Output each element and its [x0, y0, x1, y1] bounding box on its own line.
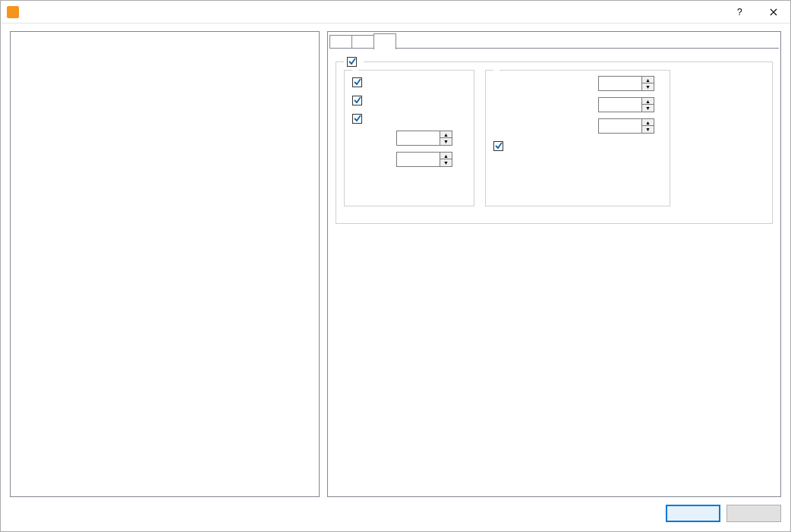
spinner-buttons[interactable]: ▲▼	[440, 153, 452, 166]
tab-plaque[interactable]	[351, 35, 374, 48]
svg-text:?: ?	[737, 8, 742, 16]
spin-up-icon[interactable]: ▲	[440, 153, 452, 159]
spin-down-icon[interactable]: ▼	[642, 126, 654, 133]
grain-spinner[interactable]: ▲▼	[598, 76, 654, 91]
orientation-group: ▲▼ ▲▼	[344, 70, 474, 206]
positioning-group: ▲▼ ▲▼	[485, 70, 670, 206]
spinner-buttons[interactable]: ▲▼	[440, 131, 452, 145]
cancel-button[interactable]	[726, 505, 781, 522]
help-icon: ?	[736, 8, 743, 16]
rot270-checkbox[interactable]	[352, 112, 466, 125]
spinner-buttons[interactable]: ▲▼	[641, 119, 654, 133]
ok-button[interactable]	[666, 505, 720, 522]
spin-up-icon[interactable]: ▲	[642, 77, 654, 83]
checkbox-icon	[347, 57, 357, 67]
spin-up-icon[interactable]: ▲	[642, 119, 654, 126]
checkbox-icon	[352, 114, 362, 124]
dialog-window: ?	[0, 0, 791, 532]
tab-imbrication[interactable]	[373, 33, 396, 49]
titlebar: ?	[1, 1, 790, 24]
frame-input[interactable]	[599, 98, 641, 112]
tree-panel	[10, 31, 320, 497]
close-icon	[770, 8, 777, 16]
tab-general[interactable]	[329, 35, 352, 48]
tab-strip	[328, 32, 780, 49]
help-button[interactable]: ?	[722, 1, 756, 23]
tab-content-imbrication: ▲▼ ▲▼	[328, 49, 780, 496]
enabled-group: ▲▼ ▲▼	[336, 55, 773, 224]
spin-up-icon[interactable]: ▲	[440, 131, 452, 138]
properties-panel: ▲▼ ▲▼	[327, 31, 781, 497]
spin-down-icon[interactable]: ▼	[642, 105, 654, 112]
checkbox-icon	[352, 96, 362, 105]
spinner-buttons[interactable]: ▲▼	[641, 77, 654, 90]
rot90-checkbox[interactable]	[352, 75, 466, 89]
grain-input[interactable]	[599, 77, 641, 90]
ecart-input[interactable]	[397, 131, 440, 145]
spin-down-icon[interactable]: ▼	[440, 138, 452, 145]
dialog-body: ▲▼ ▲▼	[1, 24, 790, 531]
close-button[interactable]	[756, 1, 790, 23]
enabled-checkbox[interactable]	[347, 55, 361, 68]
increment-spinner[interactable]: ▲▼	[396, 152, 452, 167]
rot180-checkbox[interactable]	[352, 93, 466, 107]
sep-input[interactable]	[599, 119, 641, 133]
spin-down-icon[interactable]: ▼	[642, 83, 654, 90]
spinner-buttons[interactable]: ▲▼	[641, 98, 654, 112]
dialog-button-row	[10, 497, 781, 522]
bilateral-checkbox[interactable]	[493, 139, 662, 153]
checkbox-icon	[493, 141, 503, 151]
sep-spinner[interactable]: ▲▼	[598, 118, 654, 134]
spin-down-icon[interactable]: ▼	[440, 159, 452, 166]
spin-up-icon[interactable]: ▲	[642, 98, 654, 105]
ecart-spinner[interactable]: ▲▼	[396, 131, 452, 146]
increment-input[interactable]	[397, 153, 440, 166]
checkbox-icon	[352, 77, 362, 87]
app-icon	[7, 6, 19, 18]
frame-spinner[interactable]: ▲▼	[598, 97, 654, 112]
